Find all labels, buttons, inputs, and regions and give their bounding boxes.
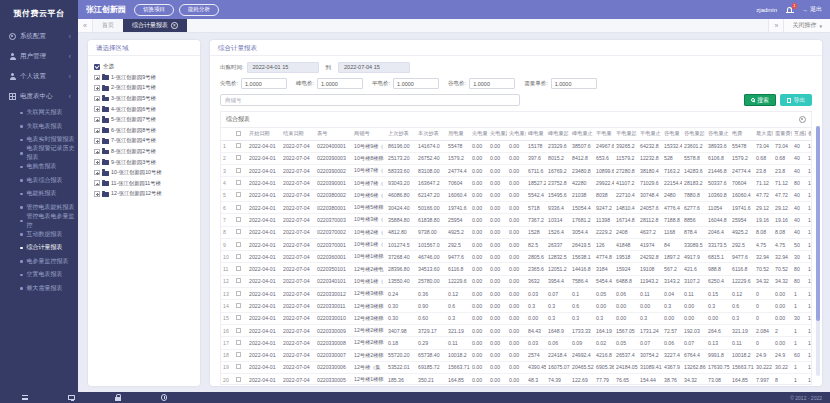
vertical-scrollbar[interactable]: [816, 126, 820, 376]
shop-number-input[interactable]: [220, 94, 520, 106]
price-input[interactable]: [551, 78, 597, 89]
header-checkbox[interactable]: [236, 131, 241, 136]
close-tab-icon[interactable]: ×: [171, 22, 178, 29]
expand-icon[interactable]: [94, 159, 100, 165]
price-input[interactable]: [317, 78, 363, 89]
row-checkbox[interactable]: [236, 242, 241, 247]
tree-node[interactable]: 12-张江创新园12号楼: [94, 189, 194, 200]
tree-node[interactable]: 2-张江创新园1号楼: [94, 83, 194, 94]
row-checkbox[interactable]: [236, 278, 241, 283]
tree-node[interactable]: 1-张江创新园9号楼: [94, 72, 194, 83]
row-checkbox[interactable]: [236, 254, 241, 259]
tree-node[interactable]: 6-张江创新园8号楼: [94, 125, 194, 136]
tab-active-report[interactable]: 综合计量报表 ×: [123, 19, 187, 32]
row-checkbox[interactable]: [236, 229, 241, 234]
cell: 0.00: [507, 177, 526, 189]
row-checkbox[interactable]: [236, 340, 241, 345]
sidebar-submenu-item[interactable]: 失联电表报表: [0, 120, 78, 134]
clock-icon[interactable]: [161, 394, 168, 401]
price-input[interactable]: [469, 78, 515, 89]
expand-icon[interactable]: [94, 117, 100, 123]
sidebar-submenu-item[interactable]: 综合计量报表: [0, 241, 78, 255]
row-checkbox[interactable]: [236, 291, 241, 296]
row-checkbox[interactable]: [236, 352, 241, 357]
expand-icon[interactable]: [94, 149, 100, 155]
row-checkbox[interactable]: [236, 377, 241, 382]
tree-node[interactable]: 4-张江创新园6号楼: [94, 104, 194, 115]
search-button[interactable]: 搜索: [744, 94, 776, 106]
row-checkbox[interactable]: [236, 205, 241, 210]
cell: 77.79: [594, 374, 614, 385]
row-checkbox[interactable]: [236, 364, 241, 369]
notification-bell[interactable]: 1: [785, 5, 794, 14]
price-input[interactable]: [393, 78, 439, 89]
tree-node[interactable]: 5-张江创新园7号楼: [94, 114, 194, 125]
cell: 0.00: [507, 251, 526, 263]
vertical-scrollbar-thumb[interactable]: [816, 126, 820, 321]
expand-icon[interactable]: [94, 106, 100, 112]
tree-node[interactable]: 10-张江创新园10号楼: [94, 167, 194, 178]
date-from-picker[interactable]: 2022-04-01 15: [247, 62, 319, 73]
close-operations-dropdown[interactable]: 关闭操作 ▾: [783, 19, 830, 32]
expand-icon[interactable]: [94, 180, 100, 186]
row-checkbox[interactable]: [236, 266, 241, 271]
row-checkbox[interactable]: [236, 328, 241, 333]
energy-analysis-button[interactable]: 能耗分析: [179, 4, 219, 16]
tree-node[interactable]: 9-张江创新园3号楼: [94, 157, 194, 168]
cell: 1897.2: [662, 251, 682, 263]
expand-icon[interactable]: [94, 191, 100, 197]
sidebar-submenu-item[interactable]: 空置电表报表: [0, 268, 78, 282]
expand-icon[interactable]: [94, 85, 100, 91]
tree-node[interactable]: 7-张江创新园4号楼: [94, 136, 194, 147]
select-all-checkbox[interactable]: [94, 64, 100, 70]
tabs-scroll-right-button[interactable]: »: [768, 19, 783, 32]
cell: 74.39: [546, 374, 570, 385]
sidebar-menu-item[interactable]: 电度表中心 ‹: [0, 86, 78, 106]
expand-icon[interactable]: [94, 128, 100, 134]
tree-node[interactable]: 3-张江创新园5号楼: [94, 93, 194, 104]
tabs-scroll-left-button[interactable]: «: [78, 19, 93, 32]
row-checkbox[interactable]: [236, 180, 241, 185]
row-checkbox[interactable]: [236, 143, 241, 148]
cell: 0.05: [614, 337, 638, 349]
expand-icon[interactable]: [94, 138, 100, 144]
sidebar-submenu-item[interactable]: 电表综合报表: [0, 174, 78, 188]
row-checkbox[interactable]: [236, 303, 241, 308]
sidebar-submenu-item[interactable]: 电表报警记录历史报表: [0, 147, 78, 161]
sidebar-submenu-item[interactable]: 电能耗报表: [0, 187, 78, 201]
logout-button[interactable]: → 退出: [802, 5, 822, 14]
price-input[interactable]: [241, 78, 287, 89]
expand-icon[interactable]: [94, 96, 100, 102]
sidebar-submenu-item[interactable]: 最大需量报表: [0, 282, 78, 296]
bullet-icon: [20, 220, 23, 223]
sidebar-menu-item[interactable]: 个人设置 ‹: [0, 66, 78, 86]
sidebar-menu-item[interactable]: 系统配置 ‹: [0, 26, 78, 46]
export-button[interactable]: 导出: [780, 94, 812, 106]
row-checkbox[interactable]: [236, 155, 241, 160]
sidebar-submenu-item[interactable]: 管控电表电参量监控: [0, 214, 78, 228]
row-select-cell: [234, 324, 247, 336]
sidebar-submenu-item[interactable]: 失联网关报表: [0, 106, 78, 120]
price-filter: 尖电价:: [220, 78, 287, 89]
tree-node[interactable]: 11-张江创新园11号楼: [94, 178, 194, 189]
row-checkbox[interactable]: [236, 217, 241, 222]
tab-home[interactable]: 首页: [93, 19, 123, 32]
row-checkbox[interactable]: [236, 192, 241, 197]
date-to-picker[interactable]: 2022-07-04 15: [338, 62, 410, 73]
monitor-icon[interactable]: [68, 395, 75, 400]
switch-project-button[interactable]: 切换项目: [134, 4, 174, 16]
sidebar-submenu-item[interactable]: 电参量监控报表: [0, 255, 78, 269]
username[interactable]: zjadmin: [756, 7, 777, 13]
tree-node[interactable]: 8-张江创新园2号楼: [94, 146, 194, 157]
cell: 0220330006: [315, 361, 352, 373]
sidebar-menu-item[interactable]: 用户管理 ‹: [0, 46, 78, 66]
table-settings-gear-icon[interactable]: [799, 116, 806, 123]
cell: 24292.8: [638, 251, 662, 263]
expand-icon[interactable]: [94, 170, 100, 176]
expand-icon[interactable]: [94, 75, 100, 81]
lock-icon[interactable]: [115, 397, 121, 401]
menu-icon[interactable]: [22, 395, 28, 400]
row-checkbox[interactable]: [236, 315, 241, 320]
cell: 14283.6: [682, 165, 706, 177]
row-checkbox[interactable]: [236, 168, 241, 173]
